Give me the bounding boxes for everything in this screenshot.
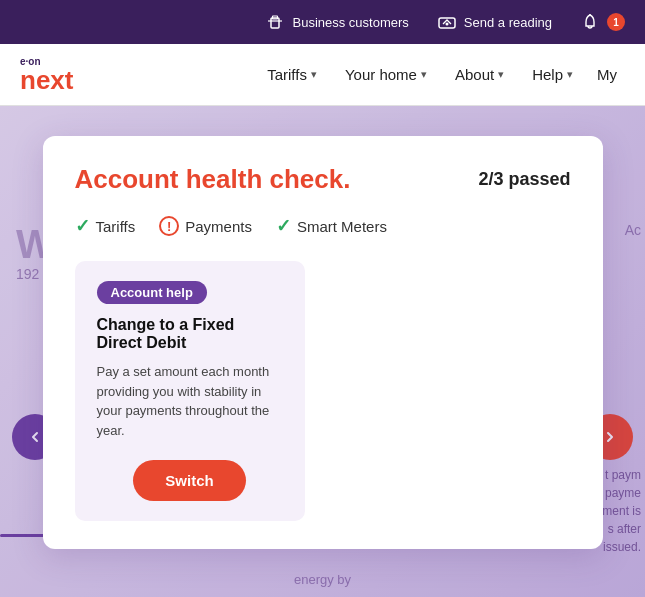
check-tariffs-label: Tariffs (96, 218, 136, 235)
logo: e·on next (20, 56, 73, 93)
logo-next: next (20, 67, 73, 93)
health-header: Account health check. 2/3 passed (75, 164, 571, 195)
check-pass-icon: ✓ (276, 215, 291, 237)
chevron-down-icon: ▾ (421, 68, 427, 81)
nav-bar: e·on next Tariffs ▾ Your home ▾ About ▾ … (0, 44, 645, 106)
check-smart-meters: ✓ Smart Meters (276, 215, 387, 237)
chevron-down-icon: ▾ (567, 68, 573, 81)
chevron-down-icon: ▾ (311, 68, 317, 81)
health-score: 2/3 passed (478, 169, 570, 190)
briefcase-icon (265, 12, 285, 32)
nav-about-label: About (455, 66, 494, 83)
business-customers-link[interactable]: Business customers (265, 12, 408, 32)
svg-point-4 (445, 23, 448, 26)
nav-help[interactable]: Help ▾ (520, 58, 585, 91)
nav-my-label: My (597, 66, 617, 83)
help-card-title: Change to a Fixed Direct Debit (97, 316, 283, 352)
notification-count: 1 (607, 13, 625, 31)
send-reading-label: Send a reading (464, 15, 552, 30)
health-check-modal: Account health check. 2/3 passed ✓ Tarif… (43, 136, 603, 549)
nav-help-label: Help (532, 66, 563, 83)
business-customers-label: Business customers (292, 15, 408, 30)
nav-your-home[interactable]: Your home ▾ (333, 58, 439, 91)
nav-items: Tariffs ▾ Your home ▾ About ▾ Help ▾ My (255, 58, 625, 91)
check-smart-meters-label: Smart Meters (297, 218, 387, 235)
bell-icon (580, 12, 600, 32)
health-checks: ✓ Tariffs ! Payments ✓ Smart Meters (75, 215, 571, 237)
check-pass-icon: ✓ (75, 215, 90, 237)
nav-your-home-label: Your home (345, 66, 417, 83)
nav-tariffs-label: Tariffs (267, 66, 307, 83)
meter-icon (437, 12, 457, 32)
switch-button[interactable]: Switch (133, 460, 245, 501)
health-title: Account health check. (75, 164, 351, 195)
check-payments: ! Payments (159, 216, 252, 236)
nav-tariffs[interactable]: Tariffs ▾ (255, 58, 329, 91)
chevron-down-icon: ▾ (498, 68, 504, 81)
top-bar: Business customers Send a reading 1 (0, 0, 645, 44)
modal-overlay: Account health check. 2/3 passed ✓ Tarif… (0, 106, 645, 597)
check-tariffs: ✓ Tariffs (75, 215, 136, 237)
nav-my[interactable]: My (589, 58, 625, 91)
notification-bell[interactable]: 1 (580, 12, 625, 32)
help-card-description: Pay a set amount each month providing yo… (97, 362, 283, 440)
nav-about[interactable]: About ▾ (443, 58, 516, 91)
account-help-badge: Account help (97, 281, 207, 304)
check-warning-icon: ! (159, 216, 179, 236)
check-payments-label: Payments (185, 218, 252, 235)
send-reading-link[interactable]: Send a reading (437, 12, 552, 32)
help-card: Account help Change to a Fixed Direct De… (75, 261, 305, 521)
